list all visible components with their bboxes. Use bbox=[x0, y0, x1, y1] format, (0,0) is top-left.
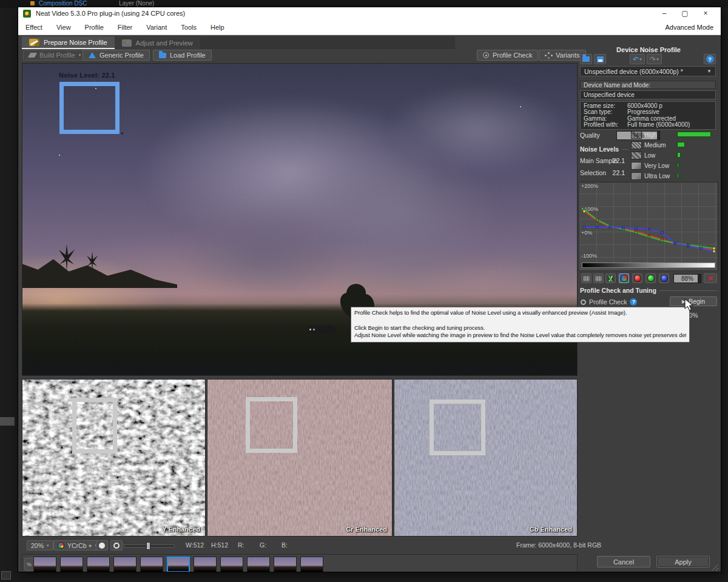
preview-filtered-toggle[interactable] bbox=[110, 540, 123, 550]
graph-curves[interactable] bbox=[579, 182, 718, 260]
filmstrip-tool-button[interactable]: % bbox=[24, 558, 34, 570]
chevron-down-icon: ▾ bbox=[79, 53, 81, 58]
open-profile-button[interactable] bbox=[580, 54, 592, 64]
filmstrip-thumbnail[interactable] bbox=[167, 557, 190, 572]
menu-help[interactable]: Help bbox=[211, 24, 224, 31]
undo-button[interactable]: ↶▾ bbox=[630, 54, 645, 64]
build-profile-label: Build Profile bbox=[39, 52, 75, 59]
channel-panel-cr[interactable]: Cr Enhanced bbox=[207, 379, 393, 537]
channel-panel-cb[interactable]: Cb Enhanced bbox=[394, 379, 578, 537]
reset-profile-button[interactable]: ✕ bbox=[704, 273, 717, 283]
minimize-button[interactable]: – bbox=[654, 7, 675, 19]
rgb-channels-button[interactable] bbox=[619, 273, 629, 283]
noise-sample-selection-box[interactable] bbox=[59, 82, 120, 134]
variants-icon bbox=[545, 52, 552, 58]
channel-table2-button[interactable] bbox=[593, 273, 604, 283]
menu-effect[interactable]: Effect bbox=[25, 24, 42, 31]
cr-channel-label: Cr Enhanced bbox=[346, 526, 387, 533]
freq-bar bbox=[677, 132, 713, 138]
filmstrip-thumbnail[interactable] bbox=[113, 557, 136, 572]
profile-help-button[interactable]: ? bbox=[704, 54, 716, 64]
noise-profile-graph[interactable]: +200% +100% +0% -100% bbox=[579, 182, 718, 271]
profile-preset-dropdown[interactable]: Unspecified device (6000x4000p) * ▼ bbox=[580, 66, 716, 76]
menu-variant[interactable]: Variant bbox=[146, 24, 167, 31]
filmstrip-thumbnail[interactable] bbox=[300, 557, 323, 572]
tab-adjust-and-preview[interactable]: Adjust and Preview bbox=[115, 36, 200, 49]
folder-open-icon bbox=[582, 56, 590, 62]
profile-check-button[interactable]: Profile Check bbox=[477, 50, 538, 61]
blue-ball-icon bbox=[661, 275, 668, 282]
filmstrip-thumbnail[interactable] bbox=[274, 557, 297, 572]
chevron-down-icon: ▾ bbox=[47, 543, 49, 548]
build-profile-button[interactable]: Build Profile ▾ bbox=[23, 50, 87, 61]
panel-title: Device Noise Profile bbox=[578, 46, 720, 53]
freq-bar bbox=[677, 152, 713, 159]
filmstrip-thumbnail[interactable] bbox=[87, 557, 110, 572]
save-profile-button[interactable] bbox=[594, 54, 606, 64]
slider-thumb[interactable] bbox=[146, 542, 150, 550]
red-ball-icon bbox=[634, 275, 641, 282]
selection-handle-icon[interactable]: ▾ bbox=[121, 130, 124, 136]
apply-button[interactable]: Apply bbox=[656, 556, 710, 567]
profile-preset-value: Unspecified device (6000x4000p) * bbox=[584, 68, 683, 75]
menu-tools[interactable]: Tools bbox=[181, 24, 197, 31]
menu-view[interactable]: View bbox=[56, 24, 71, 31]
filled-circle-icon bbox=[99, 543, 105, 549]
maximize-button[interactable]: ▢ bbox=[675, 7, 695, 19]
app-icon bbox=[23, 10, 31, 18]
title-bar[interactable]: Neat Video 5.3.0 Pro plug-in (using 24 C… bbox=[18, 7, 721, 19]
red-channel-button[interactable] bbox=[632, 273, 642, 283]
filmstrip-thumbnail[interactable] bbox=[33, 557, 56, 572]
profile-check-label: Profile Check bbox=[493, 52, 532, 59]
redo-button[interactable]: ↷▾ bbox=[647, 54, 662, 64]
filmstrip-thumbnails bbox=[33, 555, 577, 572]
profile-check-row-label: Profile Check bbox=[589, 298, 627, 306]
chevron-down-icon: ▼ bbox=[707, 69, 712, 74]
car-silhouette bbox=[308, 326, 335, 333]
tab-prepare-noise-profile[interactable]: Prepare Noise Profile bbox=[22, 36, 115, 49]
freq-bar bbox=[677, 162, 713, 169]
preview-original-toggle[interactable] bbox=[96, 540, 108, 550]
selection-height-readout: H:512 bbox=[211, 541, 228, 549]
cb-sample-box[interactable] bbox=[430, 400, 485, 455]
channel-mode-select[interactable]: YCrCb + ▾ bbox=[53, 540, 101, 550]
menu-filter[interactable]: Filter bbox=[118, 24, 132, 31]
filmstrip-thumbnail[interactable] bbox=[60, 557, 83, 572]
advanced-mode-label[interactable]: Advanced Mode bbox=[666, 24, 714, 31]
dialog-body: Prepare Noise Profile Adjust and Preview… bbox=[18, 35, 721, 572]
close-button[interactable]: × bbox=[695, 7, 716, 19]
preview-blend-slider[interactable] bbox=[124, 544, 175, 547]
cancel-button[interactable]: Cancel bbox=[597, 556, 650, 567]
noise-sample-icon bbox=[631, 162, 642, 170]
profile-check-tooltip: Profile Check helps to find the optimal … bbox=[351, 307, 690, 343]
load-profile-button[interactable]: Load Profile bbox=[153, 50, 212, 61]
filmstrip-thumbnail[interactable] bbox=[247, 557, 270, 572]
blue-channel-button[interactable] bbox=[659, 273, 669, 283]
help-icon[interactable]: ? bbox=[630, 298, 637, 306]
noise-levels-label: Noise Levels bbox=[580, 146, 619, 153]
channel-table-button[interactable] bbox=[581, 273, 592, 283]
generic-profile-button[interactable]: Generic Profile bbox=[83, 50, 150, 61]
noise-sample-icon bbox=[631, 141, 642, 149]
cr-sample-box[interactable] bbox=[246, 397, 297, 453]
generic-profile-icon bbox=[89, 52, 96, 58]
filmstrip-thumbnail[interactable] bbox=[194, 557, 217, 572]
device-name-field[interactable]: Unspecified device bbox=[580, 90, 716, 99]
filmstrip-thumbnail[interactable] bbox=[220, 557, 243, 572]
curves-view-button[interactable] bbox=[605, 273, 616, 283]
y-sample-box[interactable] bbox=[72, 398, 117, 453]
menu-profile[interactable]: Profile bbox=[85, 24, 104, 31]
cloud bbox=[405, 261, 568, 303]
filmstrip-thumbnail[interactable] bbox=[140, 557, 163, 572]
freq-row-ultra-low: Ultra Low bbox=[631, 171, 720, 181]
resize-grip[interactable] bbox=[710, 563, 718, 570]
freq-row-medium: Medium bbox=[631, 140, 720, 150]
noise-level-readout: Noise Level: 22.1 bbox=[59, 72, 115, 79]
zoom-select[interactable]: 20% ▾ bbox=[27, 540, 53, 550]
ae-tab-icon bbox=[30, 1, 35, 5]
profile-check-row: Profile Check ? bbox=[581, 298, 637, 306]
green-ball-icon bbox=[647, 275, 655, 282]
green-channel-button[interactable] bbox=[645, 273, 656, 283]
profile-check-header-label: Profile Check and Tuning bbox=[580, 287, 656, 294]
channel-panel-y[interactable]: Y Enhanced bbox=[22, 379, 206, 537]
